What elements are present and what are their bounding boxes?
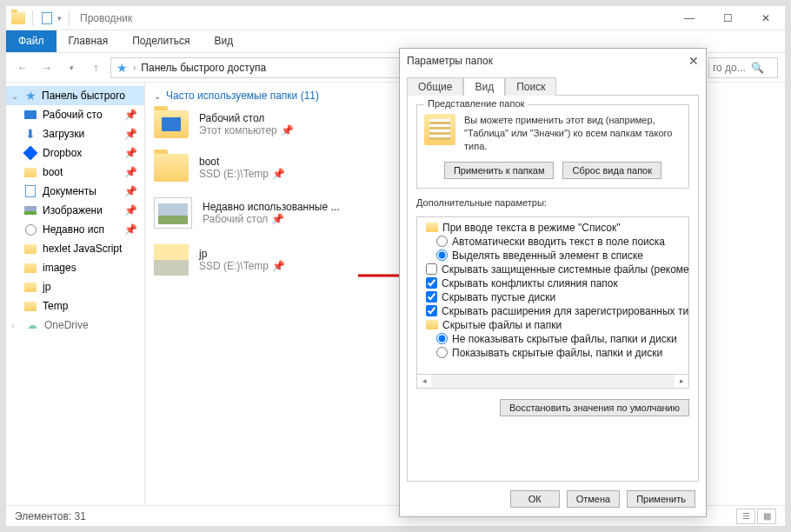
folder-icon — [426, 223, 438, 232]
qat-dropdown-icon[interactable]: ▾ — [57, 14, 62, 23]
tree-check[interactable]: Скрывать пустые диски — [421, 290, 685, 304]
tab-view-dialog[interactable]: Вид — [463, 77, 505, 96]
tab-view[interactable]: Вид — [202, 30, 245, 52]
titlebar: ▾ Проводник — ☐ ✕ — [6, 6, 785, 30]
recent-thumb-icon — [154, 197, 192, 229]
item-count: Элементов: 31 — [15, 510, 86, 522]
download-icon: ⬇ — [23, 127, 37, 141]
tab-home[interactable]: Главная — [56, 30, 121, 52]
sidebar-item-recent[interactable]: Недавно исп📌 — [6, 220, 144, 239]
checkbox-input[interactable] — [426, 305, 437, 316]
sidebar-item-dropbox[interactable]: Dropbox📌 — [6, 143, 144, 163]
checkbox-input[interactable] — [426, 277, 437, 289]
search-box[interactable]: 🔍 — [708, 57, 778, 78]
back-button[interactable]: ← — [13, 58, 32, 77]
qat-separator — [32, 10, 33, 26]
desktop-thumb-icon — [154, 110, 189, 138]
dialog-close-button[interactable]: ✕ — [688, 54, 699, 68]
document-icon — [25, 185, 36, 197]
tab-share[interactable]: Поделиться — [120, 30, 202, 52]
folder-thumb-icon — [154, 244, 189, 276]
restore-defaults-button[interactable]: Восстановить значения по умолчанию — [500, 399, 689, 416]
ok-button[interactable]: ОК — [510, 490, 560, 508]
qat-separator-2 — [69, 10, 70, 26]
scrollbar-track[interactable] — [431, 375, 675, 387]
radio-input[interactable] — [436, 347, 448, 358]
pin-icon: 📌 — [124, 166, 137, 178]
app-icon — [11, 12, 25, 24]
dialog-body: Представление папок Вы можете применить … — [407, 95, 699, 482]
sidebar-item-desktop[interactable]: Рабочий сто📌 — [6, 105, 144, 124]
checkbox-input[interactable] — [426, 263, 437, 275]
cloud-icon: ☁ — [25, 318, 39, 332]
tree-group: Скрытые файлы и папки — [421, 318, 685, 332]
minimize-button[interactable]: — — [670, 6, 708, 30]
chevron-right-icon: › — [133, 63, 136, 72]
quick-access-toolbar: ▾ — [6, 10, 73, 26]
icons-view-button[interactable]: ▦ — [757, 509, 776, 524]
folder-icon — [24, 283, 37, 292]
folder-icon — [24, 302, 37, 311]
sidebar-item-documents[interactable]: Документы📌 — [6, 182, 144, 201]
pin-icon: 📌 — [272, 260, 285, 272]
scroll-right-button[interactable]: ▸ — [675, 375, 688, 387]
dialog-footer: ОК Отмена Применить — [400, 482, 706, 516]
tree-check[interactable]: Скрывать расширения для зарегистрированн… — [421, 304, 685, 318]
pin-icon: 📌 — [281, 124, 294, 136]
sidebar-item-onedrive[interactable]: ›☁OneDrive — [6, 316, 144, 335]
address-path: Панель быстрого доступа — [141, 62, 266, 74]
search-icon[interactable]: 🔍 — [751, 62, 764, 74]
group-title: Часто используемые папки (11) — [166, 90, 319, 102]
recent-icon — [25, 224, 37, 236]
cancel-button[interactable]: Отмена — [567, 490, 620, 508]
sidebar-item-pictures[interactable]: Изображени📌 — [6, 201, 144, 220]
sidebar-item-hexlet[interactable]: hexlet JavaScript — [6, 239, 144, 258]
tree-group: При вводе текста в режиме "Список" — [421, 221, 685, 235]
folder-icon — [24, 244, 37, 254]
advanced-settings-tree[interactable]: При вводе текста в режиме "Список" Автом… — [416, 216, 689, 375]
horizontal-scrollbar[interactable]: ◂ ▸ — [416, 375, 689, 389]
qat-icon[interactable] — [40, 11, 54, 25]
tab-general[interactable]: Общие — [407, 77, 463, 96]
folder-options-dialog: Параметры папок ✕ Общие Вид Поиск Предст… — [399, 48, 707, 517]
dialog-tabs: Общие Вид Поиск — [400, 73, 706, 95]
tree-radio[interactable]: Показывать скрытые файлы, папки и диски — [421, 346, 685, 360]
maximize-button[interactable]: ☐ — [708, 6, 747, 30]
reset-folders-button[interactable]: Сброс вида папок — [562, 162, 661, 179]
radio-input[interactable] — [436, 333, 448, 344]
tab-search[interactable]: Поиск — [505, 77, 556, 96]
folder-views-fieldset: Представление папок Вы можете применить … — [416, 104, 689, 189]
tree-radio[interactable]: Выделять введенный элемент в списке — [421, 249, 685, 263]
sidebar-item-jp[interactable]: jp — [6, 277, 144, 296]
details-view-button[interactable]: ☰ — [736, 509, 755, 524]
window-title: Проводник — [80, 12, 132, 24]
tree-check[interactable]: Скрывать защищенные системные файлы (рек… — [421, 263, 685, 276]
apply-button[interactable]: Применить — [627, 490, 695, 508]
folder-icon — [426, 320, 438, 329]
fieldset-legend: Представление папок — [424, 98, 528, 109]
tab-file[interactable]: Файл — [6, 30, 56, 52]
sidebar-item-quickaccess[interactable]: ⌄★Панель быстрого — [6, 86, 144, 105]
close-button[interactable]: ✕ — [747, 6, 785, 30]
tree-radio[interactable]: Автоматически вводить текст в поле поиск… — [421, 235, 685, 249]
recent-button[interactable]: ▾ — [62, 58, 81, 77]
scroll-left-button[interactable]: ◂ — [417, 375, 431, 387]
sidebar-item-boot[interactable]: boot📌 — [6, 163, 144, 182]
apply-to-folders-button[interactable]: Применить к папкам — [444, 162, 555, 179]
image-icon — [24, 206, 37, 215]
pin-icon: 📌 — [124, 204, 137, 216]
forward-button[interactable]: → — [37, 58, 56, 77]
sidebar-item-downloads[interactable]: ⬇Загрузки📌 — [6, 124, 144, 143]
checkbox-input[interactable] — [426, 291, 437, 303]
folder-options-icon — [424, 114, 455, 145]
sidebar-item-temp[interactable]: Temp — [6, 296, 144, 316]
radio-input[interactable] — [436, 236, 448, 247]
dialog-titlebar: Параметры папок ✕ — [400, 49, 706, 73]
desktop-icon — [24, 110, 37, 119]
tree-radio[interactable]: Не показывать скрытые файлы, папки и дис… — [421, 332, 685, 346]
search-input[interactable] — [713, 62, 748, 74]
radio-input[interactable] — [436, 249, 448, 261]
tree-check[interactable]: Скрывать конфликты слияния папок — [421, 276, 685, 290]
up-button[interactable]: ↑ — [86, 58, 105, 77]
sidebar-item-images[interactable]: images — [6, 258, 144, 277]
